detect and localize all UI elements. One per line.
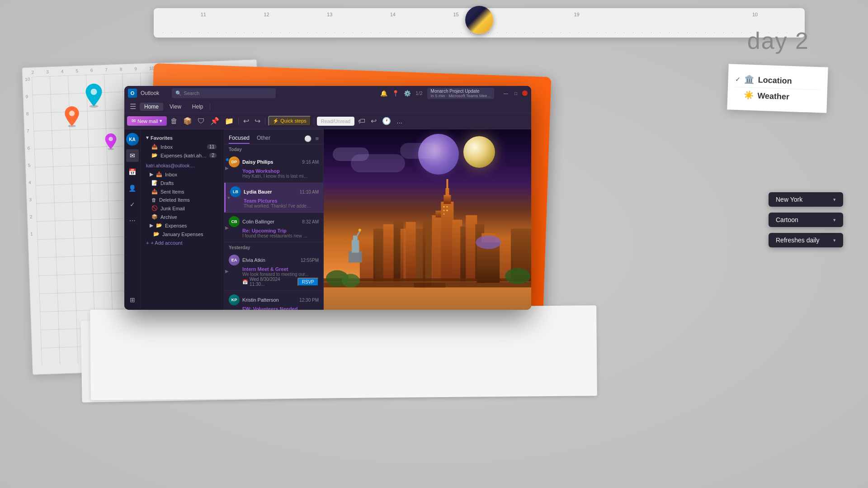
chevron-down-icon: ▾ xyxy=(146,135,149,141)
close-button[interactable] xyxy=(522,90,528,96)
subject-colin: Re: Upcoming Trip xyxy=(229,228,319,233)
refreshes-dropdown[interactable]: Refreshes daily ▾ xyxy=(769,233,843,247)
meeting-notification[interactable]: Monarch Project Update In 5 min · Micros… xyxy=(427,88,494,99)
sidebar-item-inbox2[interactable]: ▶ 📥 Inbox xyxy=(142,170,222,179)
svg-point-5 xyxy=(108,137,113,142)
inbox-icon: 📥 xyxy=(151,144,158,150)
pin-orange-icon xyxy=(63,106,80,128)
cartoon-dropdown[interactable]: Cartoon ▾ xyxy=(769,213,843,227)
svg-rect-25 xyxy=(406,222,416,283)
flag-icon[interactable]: 🛡 xyxy=(196,116,207,126)
svg-rect-14 xyxy=(446,179,448,189)
rail-calendar-icon[interactable]: 📅 xyxy=(126,166,139,178)
sidebar-item-junk[interactable]: 🚫 Junk Email xyxy=(142,204,222,213)
minimize-button[interactable]: — xyxy=(502,90,509,97)
svg-rect-10 xyxy=(435,210,442,217)
redo-icon[interactable]: ↪ xyxy=(253,116,262,126)
refreshes-label: Refreshes daily xyxy=(776,237,820,244)
filter-icon[interactable]: ⚪ xyxy=(304,135,311,142)
tab-focused[interactable]: Focused xyxy=(229,133,250,144)
avatar-colin: CB xyxy=(229,216,240,227)
email-item-colin[interactable]: ▶ CB Colin Ballinger 8:32 AM Re: Upcomin… xyxy=(224,213,323,242)
reading-pane xyxy=(324,129,531,310)
new-york-chevron-icon: ▾ xyxy=(833,197,836,203)
email-item-lydia[interactable]: ▼ LB Lydia Bauer 11:10 AM Team Pictures … xyxy=(224,183,323,213)
preview-lydia: That worked. Thanks! I've added 56 of... xyxy=(230,204,311,208)
rail-tasks-icon[interactable]: ✓ xyxy=(126,198,139,211)
sidebar-item-jan-expenses[interactable]: 📂 January Expenses xyxy=(142,230,222,238)
tab-other[interactable]: Other xyxy=(257,133,270,144)
inbox2-icon: 📥 xyxy=(156,171,162,177)
sender-elvia: Elvia Atkin xyxy=(242,257,298,263)
sidebar-item-sent[interactable]: 📤 Sent Items xyxy=(142,187,222,196)
rail-mail-icon[interactable]: ✉ xyxy=(126,149,139,162)
settings-icon[interactable]: ⚙️ xyxy=(404,90,411,97)
tab-view[interactable]: View xyxy=(165,103,186,111)
archive-icon[interactable]: 📦 xyxy=(181,116,194,126)
app-name: Outlook xyxy=(141,90,159,96)
more-icon[interactable]: ... xyxy=(395,116,404,126)
quick-steps-button[interactable]: ⚡ Quick steps xyxy=(268,116,311,126)
ruler-top: 11121314151910 xyxy=(154,8,805,38)
calendar-text: Wed 8/30/2024 11:30... xyxy=(250,277,296,287)
paper-stack xyxy=(90,305,597,400)
sidebar-add-account[interactable]: + + Add account xyxy=(141,238,224,247)
svg-point-41 xyxy=(476,235,501,249)
sidebar-account-header: katri.ahokas@outlook.... xyxy=(141,161,224,170)
pin-icon[interactable]: 📌 xyxy=(208,116,221,126)
undo-icon[interactable]: ↩ xyxy=(241,116,251,126)
rail-avatar[interactable]: KA xyxy=(126,133,139,146)
rsvp-button[interactable]: RSVP xyxy=(297,278,319,286)
sidebar-item-deleted[interactable]: 🗑 Deleted Items xyxy=(142,196,222,204)
inbox-label: Inbox xyxy=(160,144,173,150)
rail-grid-icon[interactable]: ⊞ xyxy=(126,294,139,306)
location-icon[interactable]: 📍 xyxy=(392,90,399,97)
svg-line-38 xyxy=(357,231,360,237)
deleted-icon: 🗑 xyxy=(151,197,156,203)
read-unread-button[interactable]: Read/Unread xyxy=(317,117,354,126)
hamburger-icon[interactable]: ☰ xyxy=(128,101,138,112)
tab-help[interactable]: Help xyxy=(188,103,208,111)
maximize-button[interactable]: □ xyxy=(512,90,519,97)
sidebar-item-archive[interactable]: 📦 Archive xyxy=(142,213,222,221)
rail-contacts-icon[interactable]: 👤 xyxy=(126,182,139,194)
tab-home[interactable]: Home xyxy=(140,103,163,111)
sender-daisy: Daisy Philips xyxy=(242,159,299,165)
svg-rect-20 xyxy=(360,237,376,283)
dropdown-arrow: ▾ xyxy=(160,118,162,124)
sidebar-item-expenses[interactable]: 📂 Expenses (katri.ahokas@... 2 xyxy=(142,151,222,160)
page-count: 1/2 xyxy=(415,90,422,96)
sort-icon[interactable]: ≡ xyxy=(315,135,319,142)
email-list: Focused Other ⚪ ≡ Today ▶ DP Daisy Phili… xyxy=(224,129,324,310)
tag-icon[interactable]: 🏷 xyxy=(356,116,367,126)
sidebar-item-expenses2[interactable]: ▶ 📂 Expenses xyxy=(142,221,222,230)
new-mail-button[interactable]: ✉ New mail ▾ xyxy=(127,116,167,126)
move-icon[interactable]: 📁 xyxy=(223,116,236,126)
reply-icon[interactable]: ↩ xyxy=(369,116,378,126)
notification-icon[interactable]: 🔔 xyxy=(380,90,387,97)
chevron-right-icon: ▶ xyxy=(150,171,153,177)
delete-icon[interactable]: 🗑 xyxy=(169,116,179,126)
search-box[interactable]: 🔍 Search xyxy=(172,88,276,98)
chevron-right-icon2: ▶ xyxy=(150,223,153,228)
avatar-elvia: EA xyxy=(229,255,240,265)
clock-icon[interactable]: 🕐 xyxy=(380,116,393,126)
svg-rect-13 xyxy=(445,188,449,196)
email-item-daisy[interactable]: ▶ DP Daisy Philips 9:16 AM Yoga Workshop… xyxy=(224,153,323,183)
email-item-elvia[interactable]: ▶ EA Elvia Atkin 12:55PM Intern Meet & G… xyxy=(224,251,323,291)
new-york-dropdown[interactable]: New York ▾ xyxy=(769,192,843,207)
sidebar-item-drafts[interactable]: 📝 Drafts xyxy=(142,179,222,187)
subject-lydia: Team Pictures xyxy=(230,198,319,204)
svg-rect-28 xyxy=(443,209,444,211)
cartoon-chevron-icon: ▾ xyxy=(833,217,836,223)
sidebar-item-inbox[interactable]: 📥 Inbox 11 xyxy=(142,142,222,151)
avatar-daisy: DP xyxy=(229,156,240,167)
email-item-kristin[interactable]: KP Kristin Patterson 12:30 PM FW: Volunt… xyxy=(224,291,323,310)
time-kristin: 12:30 PM xyxy=(299,298,319,303)
weather-label: Weather xyxy=(757,91,789,101)
svg-rect-36 xyxy=(352,240,359,252)
svg-rect-30 xyxy=(443,213,444,214)
nav-bar: ☰ Home View Help xyxy=(124,100,531,113)
rail-more-icon[interactable]: ⋯ xyxy=(126,214,139,227)
svg-rect-11 xyxy=(441,202,453,283)
